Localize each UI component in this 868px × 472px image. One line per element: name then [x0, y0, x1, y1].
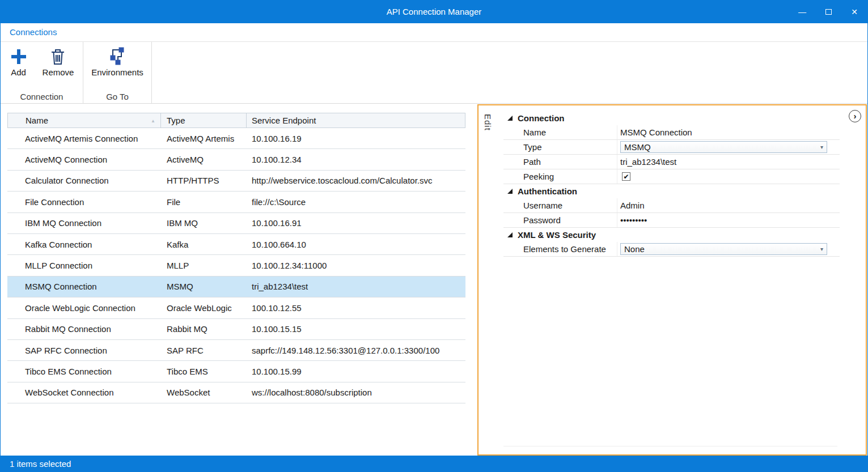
cell-endpoint: 10.100.12.34: [247, 155, 465, 164]
expander-icon: [507, 232, 513, 237]
column-header-type-label: Type: [167, 116, 185, 125]
cell-name: IBM MQ Connection: [7, 218, 161, 228]
type-dropdown-value: MSMQ: [624, 142, 651, 152]
property-grid-bottom-edge: [503, 446, 837, 447]
cell-endpoint: 10.100.15.15: [247, 324, 465, 334]
cell-endpoint: 100.10.12.55: [247, 303, 465, 313]
cell-endpoint: saprfc://149.148.12.56:3301@127.0.0.1:33…: [247, 346, 465, 355]
cell-endpoint: tri_ab1234\test: [247, 282, 465, 291]
cell-endpoint: 10.100.16.19: [247, 134, 465, 143]
cell-name: Rabbit MQ Connection: [7, 324, 161, 334]
tab-connections[interactable]: Connections: [10, 23, 57, 41]
add-button[interactable]: Add: [10, 45, 28, 77]
cell-type: WebSocket: [161, 388, 247, 397]
table-row[interactable]: Calculator Connection HTTP/HTTPS http://…: [7, 171, 465, 192]
table-row[interactable]: Tibco EMS Connection Tibco EMS 10.100.15…: [7, 361, 465, 382]
cell-name: Tibco EMS Connection: [7, 367, 161, 376]
table-row[interactable]: Oracle WebLogic Connection Oracle WebLog…: [7, 297, 465, 318]
column-header-endpoint[interactable]: Service Endpoint: [247, 113, 465, 128]
table-row[interactable]: ActiveMQ Connection ActiveMQ 10.100.12.3…: [7, 149, 465, 170]
section-xml-ws-security-label: XML & WS Security: [518, 230, 596, 240]
column-header-endpoint-label: Service Endpoint: [252, 116, 316, 125]
section-xml-ws-security[interactable]: XML & WS Security: [503, 228, 840, 242]
peeking-checkbox[interactable]: ✔: [622, 172, 630, 181]
cell-type: Kafka: [161, 240, 247, 249]
property-grid: Connection Name MSMQ Connection Type MSM…: [503, 111, 840, 257]
cell-name: Calculator Connection: [7, 176, 161, 185]
add-icon: [10, 45, 28, 66]
main-area: Name ▲ Type Service Endpoint ActiveMQ Ar…: [1, 104, 867, 456]
expander-icon: [507, 116, 513, 121]
minimize-icon: —: [798, 7, 806, 16]
window-controls: — ✕: [789, 1, 867, 23]
section-connection-label: Connection: [518, 113, 565, 123]
cell-type: SAP RFC: [161, 346, 247, 355]
field-row-peeking: Peeking ✔: [503, 169, 840, 184]
cell-name: MLLP Connection: [7, 261, 161, 270]
cell-endpoint: ws://localhost:8080/subscription: [247, 388, 465, 397]
section-connection[interactable]: Connection: [503, 111, 840, 125]
title-bar: API Connection Manager — ✕: [1, 1, 867, 23]
connections-table: Name ▲ Type Service Endpoint ActiveMQ Ar…: [7, 113, 465, 403]
column-header-type[interactable]: Type: [161, 113, 247, 128]
collapse-panel-button[interactable]: ›: [849, 110, 861, 122]
field-name-label: Name: [503, 127, 617, 137]
section-authentication[interactable]: Authentication: [503, 184, 840, 198]
table-row[interactable]: MLLP Connection MLLP 10.100.12.34:11000: [7, 255, 465, 276]
elements-to-generate-dropdown[interactable]: None ▾: [620, 243, 827, 255]
field-username-label: Username: [503, 201, 617, 210]
chevron-down-icon: ▾: [820, 144, 827, 150]
table-row[interactable]: File Connection File file://c:\Source: [7, 192, 465, 212]
environments-button[interactable]: Environments: [91, 45, 143, 77]
column-header-name[interactable]: Name ▲: [7, 113, 161, 128]
username-input[interactable]: Admin: [617, 198, 840, 212]
password-input[interactable]: •••••••••: [617, 213, 840, 227]
maximize-button[interactable]: [815, 1, 841, 23]
table-row[interactable]: Rabbit MQ Connection Rabbit MQ 10.100.15…: [7, 319, 465, 340]
expander-icon: [507, 189, 513, 194]
table-row[interactable]: Kafka Connection Kafka 10.100.664.10: [7, 234, 465, 255]
minimize-button[interactable]: —: [789, 1, 815, 23]
close-button[interactable]: ✕: [841, 1, 867, 23]
environments-icon: [106, 45, 129, 66]
remove-button-label: Remove: [43, 67, 74, 77]
remove-button[interactable]: Remove: [43, 45, 74, 77]
field-type-value: MSMQ ▾: [617, 140, 840, 154]
checkmark-icon: ✔: [623, 173, 629, 180]
window-title: API Connection Manager: [1, 1, 867, 23]
cell-type: Rabbit MQ: [161, 324, 247, 334]
cell-endpoint: file://c:\Source: [247, 197, 465, 207]
status-text: 1 items selected: [10, 459, 71, 469]
elements-dropdown-value: None: [624, 244, 645, 254]
cell-endpoint: 10.100.12.34:11000: [247, 261, 465, 270]
name-input[interactable]: MSMQ Connection: [617, 125, 840, 139]
section-authentication-label: Authentication: [518, 186, 577, 196]
field-peeking-value: ✔: [617, 169, 840, 184]
app-window: API Connection Manager — ✕ Connections A…: [0, 0, 868, 472]
field-row-type: Type MSMQ ▾: [503, 140, 840, 155]
status-bar: 1 items selected: [1, 456, 867, 471]
close-icon: ✕: [851, 7, 858, 16]
field-row-path: Path tri_ab1234\test: [503, 155, 840, 169]
cell-type: MSMQ: [161, 282, 247, 291]
table-row[interactable]: IBM MQ Connection IBM MQ 10.100.16.91: [7, 213, 465, 234]
chevron-right-icon: ›: [854, 112, 857, 120]
path-input[interactable]: tri_ab1234\test: [617, 155, 840, 169]
table-row[interactable]: SAP RFC Connection SAP RFC saprfc://149.…: [7, 340, 465, 361]
cell-type: MLLP: [161, 261, 247, 270]
table-row[interactable]: ActiveMQ Artemis Connection ActiveMQ Art…: [7, 128, 465, 149]
field-elements-label: Elements to Generate: [503, 244, 617, 254]
table-row[interactable]: WebSocket Connection WebSocket ws://loca…: [7, 382, 465, 403]
environments-button-label: Environments: [91, 67, 143, 77]
ribbon-group-goto: Environments Go To: [83, 42, 152, 103]
table-row-selected[interactable]: MSMQ Connection MSMQ tri_ab1234\test: [7, 277, 465, 297]
ribbon-group-connection: Add Remove Connection: [1, 42, 83, 103]
cell-type: IBM MQ: [161, 218, 247, 228]
cell-name: Kafka Connection: [7, 240, 161, 249]
ribbon-tab-row: Connections: [1, 23, 867, 42]
cell-name: File Connection: [7, 197, 161, 207]
cell-type: HTTP/HTTPS: [161, 176, 247, 185]
ribbon-group-goto-label: Go To: [83, 92, 151, 101]
cell-name: SAP RFC Connection: [7, 346, 161, 355]
type-dropdown[interactable]: MSMQ ▾: [620, 141, 827, 153]
